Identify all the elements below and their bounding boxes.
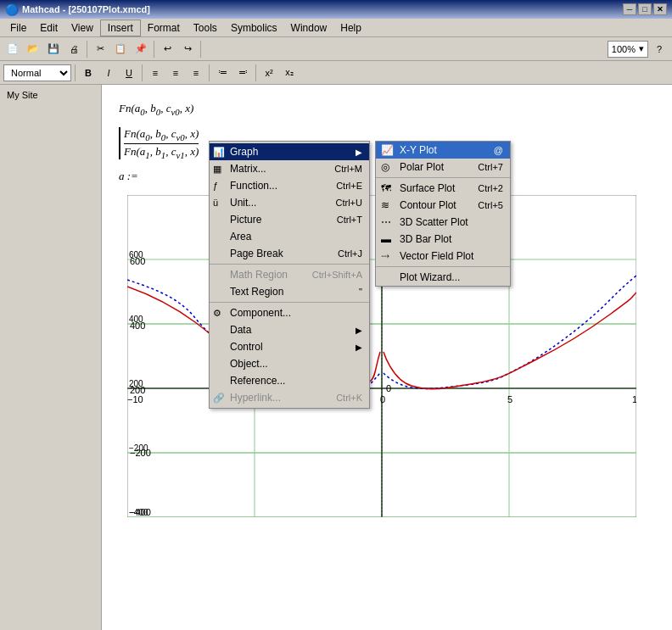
- hyperlink-shortcut: Ctrl+K: [319, 393, 362, 403]
- svg-text:−10: −10: [127, 394, 143, 404]
- paste-button[interactable]: 📌: [132, 40, 150, 59]
- insert-component-item[interactable]: ⚙ Component...: [210, 304, 369, 321]
- superscript-button[interactable]: x²: [260, 64, 278, 82]
- graph-icon: 📊: [213, 147, 225, 158]
- menu-view[interactable]: View: [64, 20, 100, 36]
- toolbar-2: Normal B I U ≡ ≡ ≡ ≔ ≕ x² x₂: [0, 61, 672, 85]
- insert-textregion-item[interactable]: Text Region ": [210, 283, 369, 300]
- svg-text:−400: −400: [129, 508, 148, 517]
- new-button[interactable]: 📄: [3, 40, 22, 59]
- insert-reference-item[interactable]: Reference...: [210, 372, 369, 389]
- vectorfield-icon: ⤑: [381, 250, 389, 262]
- textregion-shortcut: ": [342, 287, 362, 297]
- svg-text:600: 600: [129, 250, 143, 259]
- menu-edit[interactable]: Edit: [33, 20, 64, 36]
- insert-dropdown: 📊 Graph ▶ ▦ Matrix... Ctrl+M ƒ Function.…: [209, 141, 370, 409]
- list-button[interactable]: ≔: [213, 64, 232, 82]
- unit-shortcut: Ctrl+U: [319, 198, 362, 208]
- insert-hyperlink-item: 🔗 Hyperlink... Ctrl+K: [210, 389, 369, 406]
- menu-tools[interactable]: Tools: [187, 20, 224, 36]
- function-icon: ƒ: [213, 181, 218, 191]
- save-button[interactable]: 💾: [44, 40, 63, 59]
- 3dscatter-icon: ⋯: [381, 216, 391, 228]
- 3dbar-item[interactable]: ▬ 3D Bar Plot: [376, 231, 510, 248]
- fn-num-label: Fn(a0, b0, cv0, x): [124, 127, 199, 140]
- 3dbar-icon: ▬: [381, 233, 391, 245]
- vectorfield-item[interactable]: ⤑ Vector Field Plot: [376, 248, 510, 265]
- insert-matrix-item[interactable]: ▦ Matrix... Ctrl+M: [210, 160, 369, 177]
- surfaceplot-shortcut: Ctrl+2: [461, 183, 503, 193]
- insert-graph-item[interactable]: 📊 Graph ▶: [210, 143, 369, 160]
- maximize-button[interactable]: □: [638, 3, 652, 15]
- open-button[interactable]: 📂: [24, 40, 42, 59]
- math-expression-assign: a :=: [119, 170, 138, 183]
- content-area[interactable]: Fn(a0, b0, cv0, x) Fn(a0, b0, cv0, x) Fn…: [102, 85, 672, 630]
- menu-insert[interactable]: Insert: [100, 20, 141, 36]
- print-button[interactable]: 🖨: [64, 40, 83, 59]
- insert-mathregion-item: Math Region Ctrl+Shift+A: [210, 266, 369, 283]
- polarplot-icon: ◎: [381, 161, 389, 173]
- menu-file[interactable]: File: [3, 20, 33, 36]
- close-button[interactable]: ✕: [653, 3, 667, 15]
- sidebar: My Site: [0, 85, 102, 630]
- align-left-button[interactable]: ≡: [146, 64, 165, 82]
- math-expression-1: Fn(a0, b0, cv0, x): [119, 102, 193, 117]
- svg-text:10: 10: [632, 394, 636, 404]
- insert-object-item[interactable]: Object...: [210, 355, 369, 372]
- insert-area-item[interactable]: Area: [210, 228, 369, 245]
- zoom-dropdown[interactable]: 100% ▾: [608, 41, 648, 58]
- insert-data-item[interactable]: Data ▶: [210, 321, 369, 338]
- minimize-button[interactable]: ─: [623, 3, 636, 15]
- insert-control-item[interactable]: Control ▶: [210, 338, 369, 355]
- window-controls[interactable]: ─ □ ✕: [623, 3, 667, 15]
- align-right-button[interactable]: ≡: [187, 64, 205, 82]
- menu-help[interactable]: Help: [333, 20, 368, 36]
- insert-unit-item[interactable]: ü Unit... Ctrl+U: [210, 194, 369, 211]
- redo-button[interactable]: ↪: [178, 40, 197, 59]
- svg-text:−200: −200: [129, 443, 148, 453]
- style-selector[interactable]: Normal: [3, 64, 71, 81]
- menu-window[interactable]: Window: [284, 20, 334, 36]
- contourplot-item[interactable]: ≋ Contour Plot Ctrl+5: [376, 197, 510, 214]
- bold-button[interactable]: B: [79, 64, 98, 82]
- math-expression-fraction: Fn(a0, b0, cv0, x) Fn(a1, b1, cv1, x): [119, 127, 199, 159]
- plotwizard-item[interactable]: Plot Wizard...: [376, 269, 510, 286]
- list2-button[interactable]: ≕: [233, 64, 252, 82]
- mathregion-shortcut: Ctrl+Shift+A: [295, 270, 362, 280]
- copy-button[interactable]: 📋: [111, 40, 130, 59]
- svg-text:200: 200: [129, 379, 143, 388]
- subscript-button[interactable]: x₂: [280, 64, 299, 82]
- align-center-button[interactable]: ≡: [166, 64, 185, 82]
- menu-format[interactable]: Format: [141, 20, 187, 36]
- window-title: Mathcad - [250107Plot.xmcd]: [22, 4, 150, 14]
- help-button[interactable]: ?: [650, 40, 669, 59]
- svg-text:5: 5: [507, 394, 512, 404]
- italic-button[interactable]: I: [99, 64, 118, 82]
- xyplot-item[interactable]: 📈 X-Y Plot @: [376, 142, 510, 159]
- toolbar-1: 📄 📂 💾 🖨 ✂ 📋 📌 ↩ ↪ 100% ▾ ?: [0, 37, 672, 61]
- cut-button[interactable]: ✂: [91, 40, 109, 59]
- menu-symbolics[interactable]: Symbolics: [224, 20, 284, 36]
- main-area: My Site Fn(a0, b0, cv0, x) Fn(a0, b0, cv…: [0, 85, 672, 630]
- data-arrow-icon: ▶: [356, 326, 362, 335]
- insert-pagebreak-item[interactable]: Page Break Ctrl+J: [210, 245, 369, 262]
- pagebreak-shortcut: Ctrl+J: [321, 248, 362, 259]
- xyplot-icon: 📈: [381, 144, 394, 156]
- insert-picture-item[interactable]: Picture Ctrl+T: [210, 211, 369, 228]
- fn-den-label: Fn(a1, b1, cv1, x): [124, 145, 199, 158]
- separator-2: [154, 41, 154, 58]
- title-bar: 🔵 Mathcad - [250107Plot.xmcd] ─ □ ✕: [0, 0, 672, 19]
- menu-bar: File Edit View Insert Format Tools Symbo…: [0, 19, 672, 37]
- submenu-separator-2: [376, 266, 510, 267]
- underline-button[interactable]: U: [120, 64, 138, 82]
- undo-button[interactable]: ↩: [158, 40, 176, 59]
- polarplot-item[interactable]: ◎ Polar Plot Ctrl+7: [376, 159, 510, 176]
- graph-submenu: 📈 X-Y Plot @ ◎ Polar Plot Ctrl+7 🗺 Surfa…: [375, 141, 511, 287]
- surfaceplot-icon: 🗺: [381, 182, 391, 194]
- control-arrow-icon: ▶: [356, 343, 362, 352]
- app-icon: 🔵: [5, 3, 19, 16]
- 3dscatter-item[interactable]: ⋯ 3D Scatter Plot: [376, 214, 510, 231]
- surfaceplot-item[interactable]: 🗺 Surface Plot Ctrl+2: [376, 180, 510, 197]
- insert-function-item[interactable]: ƒ Function... Ctrl+E: [210, 177, 369, 194]
- hyperlink-icon: 🔗: [213, 393, 225, 404]
